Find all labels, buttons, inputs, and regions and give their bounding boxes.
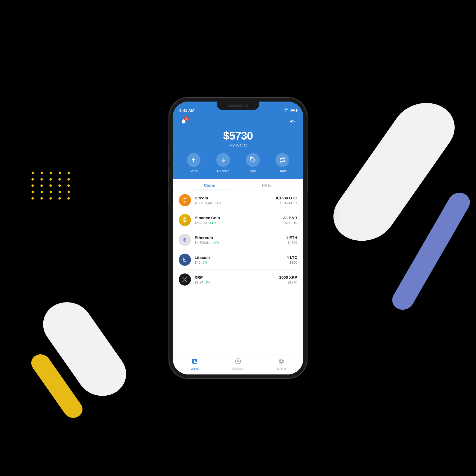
xrp-name: XRP	[195, 275, 279, 280]
ltc-price: $40	[195, 260, 200, 264]
bnb-value: $21,219	[283, 221, 297, 225]
bg-dots-decoration	[32, 172, 72, 199]
discover-icon	[235, 358, 241, 366]
send-icon	[187, 153, 200, 167]
balance-amount: $5730	[179, 130, 297, 142]
eth-change: 14%	[212, 241, 219, 245]
btc-price: $67,813,48	[195, 201, 212, 205]
ltc-price-row: $40 5%	[195, 260, 286, 264]
btc-logo: ₿	[179, 194, 191, 206]
svg-point-0	[291, 121, 293, 122]
eth-price-row: $4,809,91 14%	[195, 241, 286, 245]
bnb-name: Binance Coin	[195, 216, 283, 220]
eth-price: $4,809,91	[195, 241, 210, 245]
coin-list: ₿ Bitcoin $67,813,48 73% 0,1584 BTC $10,…	[173, 190, 303, 355]
btc-info: Bitcoin $67,813,48 73%	[195, 196, 276, 205]
trade-button[interactable]: Trade	[276, 153, 289, 173]
setting-nav-label: Setting	[277, 367, 286, 370]
btc-price-row: $67,813,48 73%	[195, 201, 276, 205]
eth-qty: 1 ETH	[286, 235, 297, 240]
xrp-logo	[179, 273, 191, 286]
receive-label: Receive	[217, 169, 230, 173]
btc-change: 73%	[214, 201, 221, 205]
wallet-icon	[191, 358, 198, 366]
bnb-amount: 33 BNB $21,219	[283, 216, 297, 225]
ltc-logo: Ł	[179, 254, 191, 266]
receive-icon	[216, 153, 230, 167]
coin-item-eth[interactable]: Ethereum $4,809,91 14% 1 ETH $4809	[177, 230, 299, 250]
status-time: 9:41 AM	[179, 108, 194, 113]
nav-wallet[interactable]: Wallet	[173, 358, 216, 370]
xrp-price: $1,24	[195, 280, 203, 284]
phone-frame: 9:41 AM 2	[169, 98, 307, 378]
notch-camera	[245, 104, 248, 107]
svg-marker-7	[237, 360, 239, 362]
ltc-value: $160	[286, 260, 297, 264]
bnb-logo	[179, 214, 191, 226]
xrp-value: $1240	[279, 280, 297, 284]
coin-item-bnb[interactable]: Binance Coin $643,23 44% 33 BNB $21,219	[177, 210, 299, 230]
bnb-change: 44%	[209, 221, 216, 225]
tabs: Coins NFTs	[173, 179, 303, 190]
eth-info: Ethereum $4,809,91 14%	[195, 235, 286, 245]
ltc-qty: 4 LTC	[286, 255, 297, 260]
svg-point-1	[290, 121, 291, 122]
settings-nav-icon	[278, 358, 285, 366]
tab-coins[interactable]: Coins	[181, 179, 238, 190]
coin-item-xrp[interactable]: XRP $1,24 1% 1000 XRP $1240	[177, 270, 299, 289]
discover-nav-label: Discover	[232, 367, 244, 370]
header-area: 2 $5730 My Wallet	[173, 114, 303, 179]
coin-item-ltc[interactable]: Ł Litecoin $40 5% 4 LTC $160	[177, 250, 299, 270]
bnb-price: $643,23	[195, 221, 207, 225]
eth-name: Ethereum	[195, 235, 286, 240]
content-area: Coins NFTs ₿ Bitcoin $67,813,48 73%	[173, 179, 303, 374]
buy-label: Buy	[250, 169, 256, 173]
phone-notch	[217, 102, 259, 110]
eth-logo	[179, 234, 191, 246]
bottom-nav: Wallet Discover	[173, 355, 303, 374]
eth-value: $4809	[286, 241, 297, 245]
status-icons	[283, 108, 297, 113]
ltc-name: Litecoin	[195, 255, 286, 260]
action-buttons: Send Receive	[179, 153, 297, 173]
btc-qty: 0,1584 BTC	[276, 196, 297, 200]
send-label: Send	[190, 169, 198, 173]
btc-amount: 0,1584 BTC $10,741,57	[276, 196, 297, 205]
xrp-info: XRP $1,24 1%	[195, 275, 279, 284]
buy-button[interactable]: Buy	[246, 153, 260, 173]
tab-nfts[interactable]: NFTs	[238, 179, 295, 190]
trade-icon	[276, 153, 289, 167]
receive-button[interactable]: Receive	[216, 153, 230, 173]
coin-item-btc[interactable]: ₿ Bitcoin $67,813,48 73% 0,1584 BTC $10,…	[177, 190, 299, 210]
send-button[interactable]: Send	[187, 153, 200, 173]
svg-point-2	[294, 121, 295, 122]
bnb-price-row: $643,23 44%	[195, 221, 283, 225]
wallet-nav-label: Wallet	[191, 367, 199, 370]
xrp-price-row: $1,24 1%	[195, 280, 279, 284]
wifi-icon	[283, 108, 288, 113]
phone-screen: 9:41 AM 2	[173, 102, 303, 374]
buy-icon	[246, 153, 260, 167]
xrp-amount: 1000 XRP $1240	[279, 275, 297, 284]
battery-icon	[290, 109, 297, 112]
nav-setting[interactable]: Setting	[260, 358, 303, 370]
ltc-info: Litecoin $40 5%	[195, 255, 286, 264]
ltc-amount: 4 LTC $160	[286, 255, 297, 264]
settings-icon[interactable]	[287, 116, 297, 126]
notch-speaker	[228, 105, 242, 107]
header-top: 2	[179, 116, 297, 126]
btc-value: $10,741,57	[276, 201, 297, 205]
bnb-info: Binance Coin $643,23 44%	[195, 216, 283, 225]
bnb-qty: 33 BNB	[283, 216, 297, 220]
notification-bell[interactable]: 2	[179, 116, 189, 126]
balance-label: My Wallet	[179, 143, 297, 147]
nav-discover[interactable]: Discover	[216, 358, 260, 370]
ltc-change: 5%	[203, 260, 208, 264]
trade-label: Trade	[278, 169, 287, 173]
balance-section: $5730 My Wallet	[179, 130, 297, 147]
btc-name: Bitcoin	[195, 196, 276, 200]
xrp-change: 1%	[205, 280, 210, 284]
xrp-qty: 1000 XRP	[279, 275, 297, 280]
eth-amount: 1 ETH $4809	[286, 235, 297, 245]
notification-badge: 2	[184, 116, 189, 121]
